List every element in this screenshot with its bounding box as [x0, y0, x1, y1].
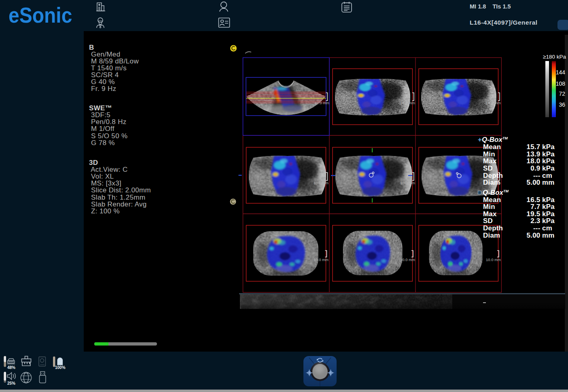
- svg-text:10.0 mm: 10.0 mm: [314, 257, 329, 262]
- svg-text:10.0 mm: 10.0 mm: [486, 257, 501, 262]
- svg-text:25%: 25%: [7, 381, 15, 386]
- svg-text:100%: 100%: [55, 365, 66, 370]
- svg-text:10.0 mm: 10.0 mm: [400, 101, 415, 105]
- svg-text:10.0 mm: 10.0 mm: [314, 101, 329, 105]
- svg-text:10.0 mm: 10.0 mm: [314, 181, 329, 185]
- svg-text:10.0 mm: 10.0 mm: [486, 101, 501, 105]
- svg-text:10.0 mm: 10.0 mm: [400, 181, 415, 185]
- svg-text:48%: 48%: [7, 365, 15, 370]
- svg-text:10.0 mm: 10.0 mm: [400, 257, 415, 262]
